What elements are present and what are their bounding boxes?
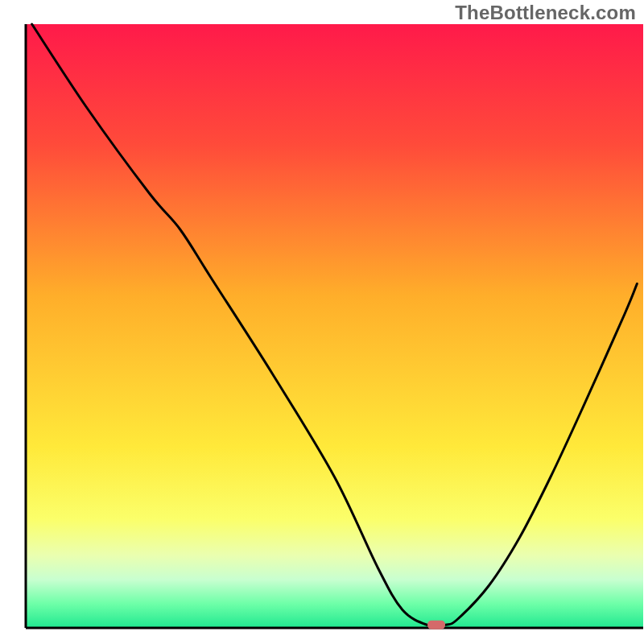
optimal-point-marker xyxy=(427,621,445,630)
chart-stage: TheBottleneck.com xyxy=(0,0,644,644)
bottleneck-chart xyxy=(0,0,644,644)
watermark-text: TheBottleneck.com xyxy=(455,2,636,24)
heat-gradient-background xyxy=(26,24,643,628)
